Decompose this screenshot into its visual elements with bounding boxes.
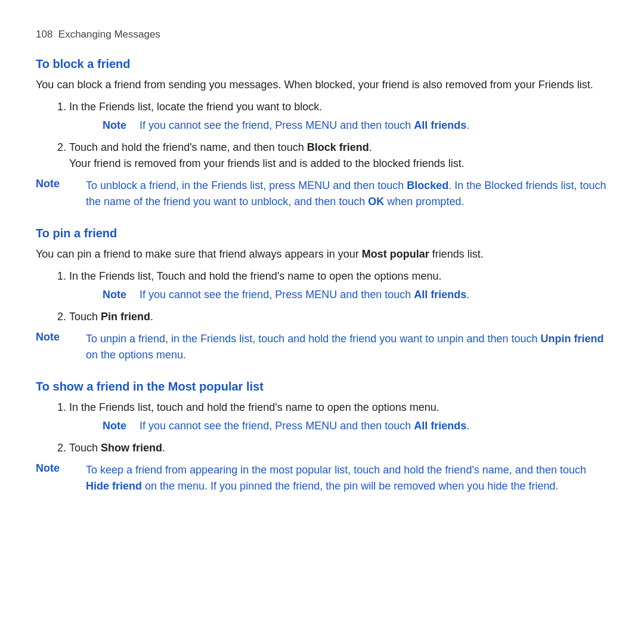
pin-step-1-note: Note If you cannot see the friend, Press… — [103, 287, 608, 303]
section-pin-friend: To pin a friend You can pin a friend to … — [36, 227, 608, 363]
show-friend-outer-note-label: Note — [36, 462, 79, 494]
show-step-2: Touch Show friend. — [69, 440, 608, 456]
pin-step-2-text: Touch Pin friend. — [69, 311, 153, 323]
block-step-2-text: Touch and hold the friend's name, and th… — [69, 141, 465, 169]
section-pin-friend-intro: You can pin a friend to make sure that f… — [36, 246, 608, 262]
show-friend-outer-note: Note To keep a friend from appearing in … — [36, 462, 608, 494]
show-step-2-text: Touch Show friend. — [69, 442, 165, 454]
section-block-friend: To block a friend You can block a friend… — [36, 57, 608, 210]
block-step-2: Touch and hold the friend's name, and th… — [69, 140, 608, 172]
show-friend-outer-note-text: To keep a friend from appearing in the m… — [86, 462, 608, 494]
block-friend-outer-note: Note To unblock a friend, in the Friends… — [36, 178, 608, 210]
block-step-1-note-label: Note — [103, 117, 134, 134]
pin-friend-outer-note-label: Note — [36, 331, 79, 363]
section-show-friend: To show a friend in the Most popular lis… — [36, 380, 608, 494]
section-show-friend-title: To show a friend in the Most popular lis… — [36, 380, 608, 394]
block-step-1-text: In the Friends list, locate the friend y… — [69, 101, 322, 113]
pin-friend-outer-note: Note To unpin a friend, in the Friends l… — [36, 331, 608, 363]
block-friend-outer-note-label: Note — [36, 178, 79, 210]
pin-friend-steps: In the Friends list, Touch and hold the … — [69, 268, 608, 325]
page-title: Exchanging Messages — [58, 29, 160, 40]
show-friend-steps: In the Friends list, touch and hold the … — [69, 400, 608, 456]
block-step-1-note-text: If you cannot see the friend, Press MENU… — [140, 117, 469, 134]
pin-step-1: In the Friends list, Touch and hold the … — [69, 268, 608, 303]
block-friend-steps: In the Friends list, locate the friend y… — [69, 99, 608, 172]
pin-step-2: Touch Pin friend. — [69, 309, 608, 325]
page-number: 108 — [36, 29, 52, 40]
block-friend-outer-note-text: To unblock a friend, in the Friends list… — [86, 178, 608, 210]
pin-step-1-text: In the Friends list, Touch and hold the … — [69, 270, 442, 282]
page-header: 108 Exchanging Messages — [36, 29, 608, 41]
section-block-friend-title: To block a friend — [36, 57, 608, 71]
show-step-1-text: In the Friends list, touch and hold the … — [69, 401, 439, 413]
section-pin-friend-title: To pin a friend — [36, 227, 608, 240]
show-step-1-note: Note If you cannot see the friend, Press… — [103, 418, 608, 434]
block-step-1-note: Note If you cannot see the friend, Press… — [103, 117, 608, 134]
show-step-1-note-text: If you cannot see the friend, Press MENU… — [140, 418, 469, 434]
section-block-friend-intro: You can block a friend from sending you … — [36, 77, 608, 93]
block-step-1: In the Friends list, locate the friend y… — [69, 99, 608, 134]
pin-step-1-note-label: Note — [103, 287, 134, 303]
show-step-1-note-label: Note — [103, 418, 134, 434]
pin-friend-outer-note-text: To unpin a friend, in the Friends list, … — [86, 331, 608, 363]
show-step-1: In the Friends list, touch and hold the … — [69, 400, 608, 434]
pin-step-1-note-text: If you cannot see the friend, Press MENU… — [140, 287, 469, 303]
page-container: 108 Exchanging Messages To block a frien… — [0, 0, 644, 540]
